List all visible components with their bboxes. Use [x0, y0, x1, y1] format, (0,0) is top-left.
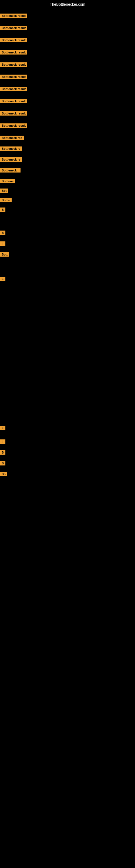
- bottleneck-badge[interactable]: Bo: [0, 472, 7, 476]
- bottleneck-badge[interactable]: E: [0, 426, 5, 430]
- bottleneck-badge[interactable]: Bottleneck result: [0, 123, 27, 128]
- list-item: Bottleneck re: [0, 157, 22, 162]
- bottleneck-badge[interactable]: B: [0, 450, 5, 455]
- list-item: E: [0, 425, 5, 430]
- list-item: Bottleneck result: [0, 123, 27, 128]
- list-item: Bottlene: [0, 179, 15, 183]
- bottleneck-badge[interactable]: Bottleneck res: [0, 135, 24, 140]
- list-item: |: [0, 241, 5, 246]
- bottleneck-badge[interactable]: Bottleneck result: [0, 62, 27, 67]
- list-item: B: [0, 450, 5, 455]
- title-text: TheBottlenecker.com: [50, 2, 85, 6]
- list-item: Bott: [0, 252, 9, 257]
- bottleneck-badge[interactable]: Bottleneck result: [0, 50, 27, 55]
- bottleneck-badge[interactable]: Bottleneck result: [0, 38, 27, 42]
- list-item: Bottleneck result: [0, 37, 27, 42]
- list-item: B: [0, 230, 5, 235]
- list-item: Bottleneck result: [0, 74, 27, 79]
- list-item: B: [0, 461, 5, 465]
- bottleneck-badge[interactable]: B: [0, 208, 5, 212]
- list-item: B: [0, 207, 5, 212]
- list-item: Bottle: [0, 197, 12, 203]
- list-item: Bottleneck res: [0, 135, 24, 140]
- bottleneck-badge[interactable]: Bottlene: [0, 179, 15, 183]
- bottleneck-badge[interactable]: Bottleneck result: [0, 87, 27, 91]
- list-item: Bottleneck result: [0, 13, 27, 18]
- list-item: Bottleneck r: [0, 167, 20, 173]
- bottleneck-badge[interactable]: Bottleneck result: [0, 26, 27, 30]
- items-container: Bottleneck resultBottleneck resultBottle…: [0, 8, 135, 868]
- bottleneck-badge[interactable]: E: [0, 277, 5, 281]
- list-item: E: [0, 276, 5, 281]
- bottleneck-badge[interactable]: Bottle: [0, 198, 12, 203]
- list-item: Bottleneck result: [0, 86, 27, 91]
- site-title: TheBottlenecker.com: [0, 0, 135, 8]
- bottleneck-badge[interactable]: Bot: [0, 188, 8, 193]
- bottleneck-badge[interactable]: Bottleneck result: [0, 13, 27, 18]
- bottleneck-badge[interactable]: Bottleneck re: [0, 157, 22, 162]
- bottleneck-badge[interactable]: Bottleneck result: [0, 74, 27, 79]
- bottleneck-badge[interactable]: |: [0, 241, 5, 246]
- list-item: Bo: [0, 471, 7, 476]
- list-item: Bottleneck result: [0, 25, 27, 30]
- list-item: Bottleneck result: [0, 62, 27, 67]
- list-item: Bottleneck re: [0, 146, 22, 151]
- list-item: |: [0, 439, 5, 444]
- bottleneck-badge[interactable]: Bottleneck re: [0, 147, 22, 151]
- bottleneck-badge[interactable]: Bott: [0, 252, 9, 257]
- bottleneck-badge[interactable]: |: [0, 439, 5, 444]
- list-item: Bottleneck result: [0, 50, 27, 55]
- list-item: Bottleneck result: [0, 111, 27, 116]
- bottleneck-badge[interactable]: B: [0, 230, 5, 235]
- bottleneck-badge[interactable]: Bottleneck result: [0, 99, 27, 103]
- list-item: Bottleneck result: [0, 98, 27, 103]
- bottleneck-badge[interactable]: Bottleneck result: [0, 111, 27, 116]
- bottleneck-badge[interactable]: Bottleneck r: [0, 168, 20, 173]
- bottleneck-badge[interactable]: B: [0, 461, 5, 465]
- list-item: Bot: [0, 188, 8, 193]
